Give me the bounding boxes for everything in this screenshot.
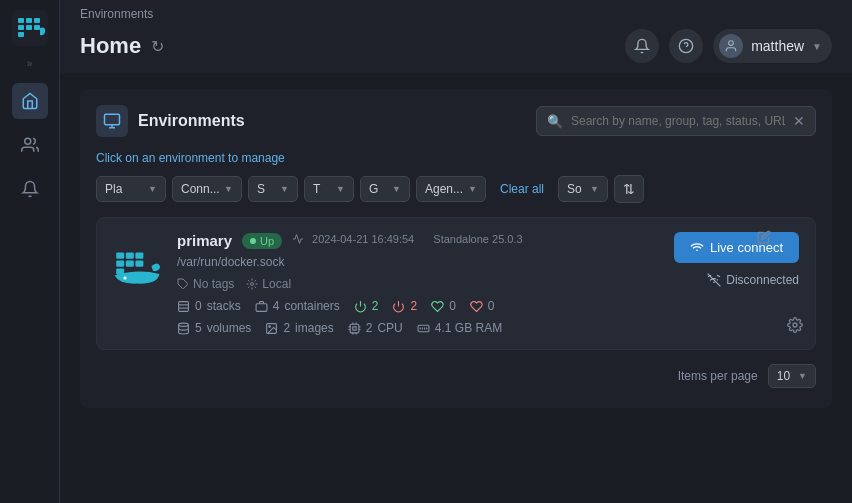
search-clear-icon[interactable]: ✕ [793, 113, 805, 129]
user-menu-button[interactable]: matthew ▼ [713, 29, 832, 63]
svg-rect-34 [350, 324, 359, 333]
env-info: primary Up 2024-04-21 16:49:54 [177, 232, 658, 335]
svg-rect-2 [26, 18, 32, 23]
svg-rect-7 [18, 32, 24, 37]
pagination: Items per page 10 ▼ [96, 350, 816, 392]
search-input[interactable] [571, 114, 785, 128]
content-area: Environments 🔍 ✕ Click on an environment… [60, 73, 852, 503]
env-stats-row2: 5 volumes 2 images [177, 321, 658, 335]
filter-agent[interactable]: Agen... ▼ [416, 176, 486, 202]
filter-platform-caret-icon: ▼ [148, 184, 157, 194]
svg-rect-1 [18, 18, 24, 23]
sidebar-collapse-icon[interactable]: » [27, 58, 33, 69]
tag-location: Local [246, 277, 291, 291]
svg-rect-15 [116, 252, 124, 258]
filter-group-caret-icon: ▼ [392, 184, 401, 194]
stat-unhealthy: 0 [470, 299, 495, 313]
filter-group[interactable]: G ▼ [360, 176, 410, 202]
disconnected-badge: Disconnected [707, 273, 799, 287]
edit-environment-button[interactable] [757, 230, 771, 247]
environments-card: Environments 🔍 ✕ Click on an environment… [80, 89, 832, 408]
filter-connection[interactable]: Conn... ▼ [172, 176, 242, 202]
stat-ram: 4.1 GB RAM [417, 321, 502, 335]
sort-select[interactable]: So ▼ [558, 176, 608, 202]
environment-item-primary[interactable]: primary Up 2024-04-21 16:49:54 [96, 217, 816, 350]
items-per-page-caret-icon: ▼ [798, 371, 807, 381]
stat-running: 2 [354, 299, 379, 313]
location-icon [246, 278, 258, 290]
filter-status[interactable]: S ▼ [248, 176, 298, 202]
power-icon [354, 300, 367, 313]
breadcrumb-row: Environments [60, 0, 852, 21]
svg-point-31 [179, 323, 189, 326]
env-path: /var/run/docker.sock [177, 255, 658, 269]
filter-type[interactable]: T ▼ [304, 176, 354, 202]
help-button[interactable] [669, 29, 703, 63]
svg-rect-28 [256, 303, 267, 311]
stack-icon [177, 300, 190, 313]
settings-button[interactable] [787, 317, 803, 337]
svg-rect-35 [353, 326, 356, 329]
svg-point-33 [269, 325, 271, 327]
notifications-button[interactable] [625, 29, 659, 63]
svg-point-8 [24, 138, 30, 144]
status-badge: Up [242, 233, 282, 249]
svg-rect-17 [135, 252, 143, 258]
clear-all-button[interactable]: Clear all [492, 177, 552, 201]
filter-connection-caret-icon: ▼ [224, 184, 233, 194]
svg-rect-25 [179, 301, 189, 311]
environments-title: Environments [138, 112, 245, 130]
live-connect-button[interactable]: Live connect [674, 232, 799, 263]
user-menu-chevron-icon: ▼ [812, 41, 822, 52]
app-logo [12, 10, 48, 46]
svg-rect-16 [126, 252, 134, 258]
username-label: matthew [751, 38, 804, 54]
activity-icon [292, 233, 304, 245]
sort-direction-button[interactable]: ⇅ [614, 175, 644, 203]
env-actions: Live connect [674, 232, 799, 287]
filter-agent-caret-icon: ▼ [468, 184, 477, 194]
sidebar-item-notifications[interactable] [12, 171, 48, 207]
stat-containers: 4 containers [255, 299, 340, 313]
filter-type-caret-icon: ▼ [336, 184, 345, 194]
image-icon [265, 322, 278, 335]
sidebar: » [0, 0, 60, 503]
heart-broken-icon [470, 300, 483, 313]
wifi-off-icon [707, 273, 721, 287]
filter-platform[interactable]: Pla ▼ [96, 176, 166, 202]
heart-icon [431, 300, 444, 313]
svg-rect-18 [116, 260, 124, 266]
click-hint: Click on an environment to manage [96, 151, 816, 165]
svg-rect-3 [34, 18, 40, 23]
stat-stacks: 0 stacks [177, 299, 241, 313]
svg-rect-4 [18, 25, 24, 30]
items-per-page-select[interactable]: 10 ▼ [768, 364, 816, 388]
env-tags: No tags Local [177, 277, 658, 291]
tag-no-tags: No tags [177, 277, 234, 291]
status-dot-icon [250, 238, 256, 244]
breadcrumb: Environments [80, 7, 153, 21]
header-section: Home ↻ [60, 21, 852, 73]
items-per-page-label: Items per page [678, 369, 758, 383]
stat-stopped: 2 [392, 299, 417, 313]
user-avatar [719, 34, 743, 58]
sidebar-item-users[interactable] [12, 127, 48, 163]
env-stats-row1: 0 stacks 4 containers [177, 299, 658, 313]
env-logo [113, 242, 161, 290]
pencil-icon [757, 230, 771, 244]
main-area: Environments Home ↻ [60, 0, 852, 503]
svg-rect-6 [34, 25, 40, 30]
svg-rect-19 [126, 260, 134, 266]
search-box[interactable]: 🔍 ✕ [536, 106, 816, 136]
page-title: Home [80, 33, 141, 59]
environments-icon [96, 105, 128, 137]
volume-icon [177, 322, 190, 335]
filter-status-caret-icon: ▼ [280, 184, 289, 194]
tag-icon [177, 278, 189, 290]
stopped-power-icon [392, 300, 405, 313]
search-icon: 🔍 [547, 114, 563, 129]
settings-icon [787, 317, 803, 333]
topbar-right: matthew ▼ [625, 29, 832, 63]
sidebar-item-home[interactable] [12, 83, 48, 119]
refresh-icon[interactable]: ↻ [151, 37, 164, 56]
